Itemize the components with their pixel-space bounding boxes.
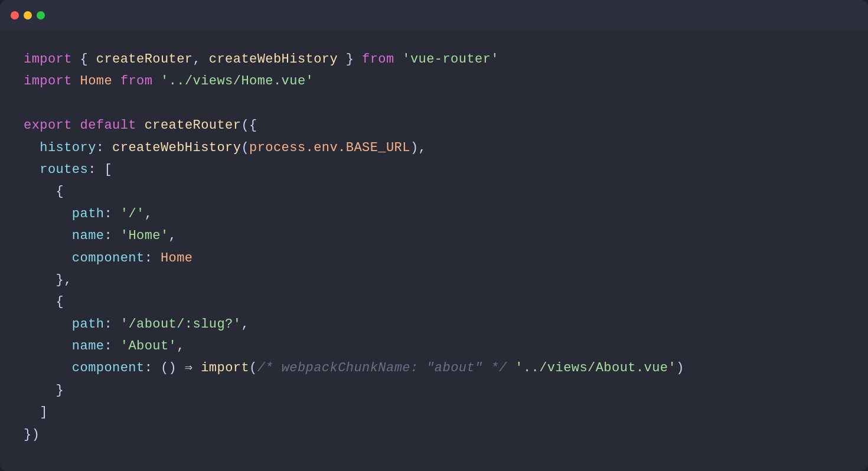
- code-content: import { createRouter , createWebHistory…: [0, 31, 868, 463]
- str-root-path: '/': [120, 203, 145, 225]
- prop-component2: component: [72, 357, 145, 379]
- val-process-env: process.env.BASE_URL: [249, 137, 410, 159]
- code-line-12: path : '/about/:slug?' ,: [24, 313, 844, 335]
- code-line-1: import { createRouter , createWebHistory…: [24, 48, 844, 70]
- code-line-6: {: [24, 181, 844, 202]
- code-line-10: },: [24, 269, 844, 291]
- import-home: Home: [80, 70, 113, 92]
- prop-routes: routes: [40, 159, 88, 181]
- prop-history: history: [40, 137, 96, 159]
- comment-webpack: /* webpackChunkName: "about" */: [257, 357, 507, 379]
- code-line-4: history : createWebHistory ( process.env…: [24, 137, 844, 159]
- code-line-9: component : Home: [24, 247, 844, 269]
- code-line-13: name : 'About' ,: [24, 335, 844, 357]
- str-home-path: '../views/Home.vue': [161, 70, 314, 92]
- code-line-8: name : 'Home' ,: [24, 225, 844, 247]
- fn-createRouter: createRouter: [96, 48, 193, 70]
- code-line-7: path : '/' ,: [24, 203, 844, 225]
- code-line-14: component : () ⇒ import ( /* webpackChun…: [24, 357, 844, 379]
- code-line-16: ]: [24, 401, 844, 423]
- titlebar: [0, 0, 868, 31]
- keyword-export: export: [24, 115, 72, 136]
- maximize-button[interactable]: [37, 11, 45, 19]
- str-about-vue: '../views/About.vue': [515, 357, 676, 379]
- code-line-15: }: [24, 380, 844, 401]
- keyword-default: default: [80, 115, 137, 136]
- str-vue-router: 'vue-router': [402, 48, 499, 70]
- blank-line-1: [24, 93, 844, 115]
- arrow-symbol: ⇒: [185, 357, 193, 379]
- fn-createRouter2: createRouter: [145, 115, 242, 136]
- fn-import: import: [201, 357, 249, 379]
- prop-path2: path: [72, 313, 105, 335]
- code-line-3: export default createRouter ({: [24, 115, 844, 136]
- fn-createWebHistory: createWebHistory: [209, 48, 338, 70]
- minimize-button[interactable]: [24, 11, 32, 19]
- keyword-from2: from: [120, 70, 153, 92]
- code-line-2: import Home from '../views/Home.vue': [24, 70, 844, 92]
- close-button[interactable]: [11, 11, 19, 19]
- prop-name2: name: [72, 335, 105, 357]
- code-editor-window: import { createRouter , createWebHistory…: [0, 0, 868, 471]
- keyword-from: from: [362, 48, 394, 70]
- prop-name1: name: [72, 225, 105, 247]
- keyword-import2: import: [24, 70, 72, 92]
- code-line-11: {: [24, 291, 844, 313]
- val-home-component: Home: [161, 247, 193, 269]
- fn-createWebHistory2: createWebHistory: [112, 137, 241, 159]
- code-line-5: routes : [: [24, 159, 844, 181]
- str-home-name: 'Home': [120, 225, 169, 247]
- keyword-import: import: [24, 48, 72, 70]
- prop-path1: path: [72, 203, 105, 225]
- code-line-17: }): [24, 424, 844, 446]
- prop-component1: component: [72, 247, 145, 269]
- str-about-path: '/about/:slug?': [120, 313, 242, 335]
- str-about-name: 'About': [120, 335, 177, 357]
